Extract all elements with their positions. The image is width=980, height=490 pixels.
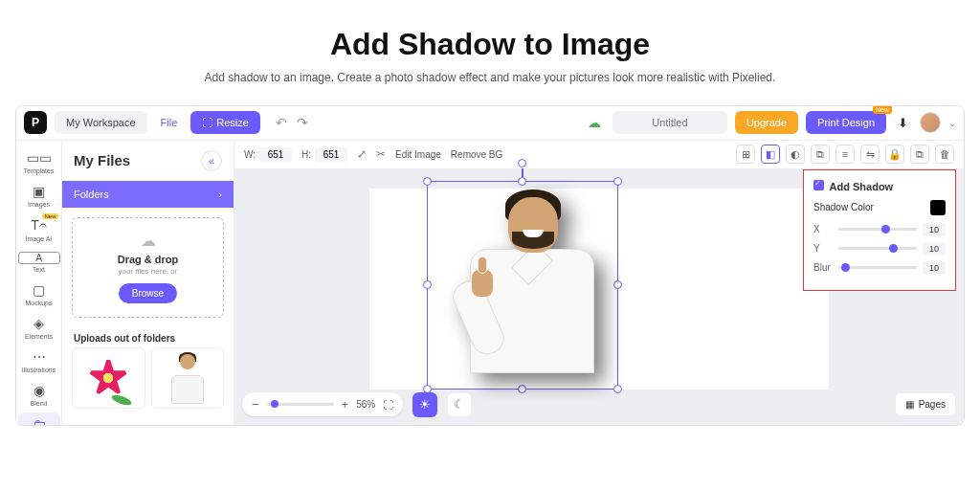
width-input[interactable] (259, 147, 292, 162)
shadow-x-value[interactable]: 10 (923, 223, 946, 236)
fit-screen-icon[interactable]: ⛶ (383, 399, 393, 411)
document-title-input[interactable] (612, 111, 727, 134)
collapse-sidebar-button[interactable]: « (201, 150, 222, 171)
resize-icon: ⛶ (202, 117, 212, 128)
handle-mid-right[interactable] (613, 280, 622, 289)
zoom-in-button[interactable]: + (342, 397, 349, 412)
user-menu-caret-icon[interactable]: ⌄ (948, 118, 956, 128)
shadow-y-label: Y (813, 243, 833, 254)
my-files-icon: 🗀 (18, 416, 60, 426)
shadow-blur-value[interactable]: 10 (923, 261, 946, 275)
position-tool[interactable]: ⊞ (736, 145, 755, 164)
rail-blend[interactable]: ◉Blend (18, 379, 60, 411)
width-label: W: (244, 149, 256, 160)
redo-icon[interactable]: ↷ (297, 115, 308, 130)
editor-app: P My Workspace File ⛶Resize ↶ ↷ ☁ Upgrad… (15, 105, 965, 426)
delete-tool[interactable]: 🗑 (935, 145, 954, 164)
height-input[interactable] (315, 147, 347, 162)
rail-my-files[interactable]: 🗀My Files (18, 412, 60, 426)
user-avatar[interactable] (920, 112, 941, 133)
shadow-x-label: X (813, 224, 833, 234)
print-design-button[interactable]: Print DesignNew (806, 111, 886, 134)
canvas-toolbar: W: H: ⤢ ✂ Edit Image Remove BG ⊞ ◧ ◐ ⧉ ≡… (234, 141, 964, 169)
illustrations-icon: ⋯ (18, 349, 60, 365)
rail-images[interactable]: ▣Images (18, 180, 60, 212)
add-shadow-checkbox[interactable] (813, 180, 824, 190)
page-subtitle: Add shadow to an image. Create a photo s… (0, 70, 980, 86)
pages-icon: ▦ (905, 399, 914, 410)
workspace-button[interactable]: My Workspace (55, 111, 147, 134)
image-ai-icon: T𝄐 (18, 217, 60, 234)
file-menu[interactable]: File (155, 117, 184, 128)
pages-button[interactable]: ▦Pages (895, 392, 956, 416)
new-badge: New (873, 105, 892, 114)
remove-bg-link[interactable]: Remove BG (451, 149, 502, 160)
edit-image-link[interactable]: Edit Image (395, 149, 441, 160)
flip-tool[interactable]: ⇋ (860, 145, 880, 164)
dark-theme-button[interactable]: ☾ (447, 392, 472, 417)
app-logo[interactable]: P (24, 111, 47, 134)
zoom-slider[interactable] (267, 403, 334, 406)
left-rail: ▭▭Templates ▣Images NewT𝄐Image AI AText … (16, 141, 62, 425)
shadow-tool[interactable]: ◧ (761, 145, 780, 164)
undo-icon[interactable]: ↶ (276, 115, 287, 130)
upload-cloud-icon: ☁ (80, 232, 215, 250)
resize-button[interactable]: ⛶Resize (190, 111, 260, 134)
layer-tool[interactable]: ⧉ (811, 145, 830, 164)
upload-thumb-flower[interactable] (72, 347, 145, 409)
rail-templates[interactable]: ▭▭Templates (18, 146, 60, 178)
upload-thumb-person[interactable] (151, 347, 225, 409)
rail-illustrations[interactable]: ⋯Illustrations (18, 345, 60, 377)
shadow-x-slider[interactable] (838, 228, 917, 231)
templates-icon: ▭▭ (18, 150, 60, 166)
zoom-out-button[interactable]: − (252, 397, 259, 412)
handle-mid-left[interactable] (423, 280, 432, 289)
cloud-sync-icon[interactable]: ☁ (588, 115, 601, 130)
height-label: H: (301, 149, 311, 160)
selection-box[interactable] (427, 181, 618, 390)
text-icon: A (18, 252, 60, 264)
align-tool[interactable]: ≡ (835, 145, 855, 164)
zoom-value: 56% (356, 399, 375, 410)
lock-tool[interactable]: 🔒 (885, 145, 904, 164)
topbar: P My Workspace File ⛶Resize ↶ ↷ ☁ Upgrad… (16, 106, 964, 141)
handle-top-right[interactable] (613, 177, 622, 186)
images-icon: ▣ (18, 184, 60, 199)
upgrade-button[interactable]: Upgrade (735, 111, 798, 134)
rotate-handle[interactable] (518, 159, 526, 167)
page-title: Add Shadow to Image (0, 27, 980, 62)
blend-icon: ◉ (18, 383, 60, 398)
canvas-area: W: H: ⤢ ✂ Edit Image Remove BG ⊞ ◧ ◐ ⧉ ≡… (234, 141, 964, 425)
uploads-heading: Uploads out of folders (62, 327, 234, 347)
chevron-right-icon: › (218, 189, 222, 200)
download-icon[interactable]: ⬇ (894, 116, 912, 130)
bottom-bar: − + 56% ⛶ ☀ ☾ ▦Pages (242, 392, 956, 417)
handle-top-mid[interactable] (518, 177, 526, 186)
sidebar: My Files « Folders› ☁ Drag & drop your f… (62, 141, 234, 425)
handle-top-left[interactable] (423, 177, 432, 186)
light-theme-button[interactable]: ☀ (412, 392, 437, 417)
rail-text[interactable]: AText (18, 248, 60, 277)
browse-button[interactable]: Browse (119, 283, 177, 303)
zoom-controls: − + 56% ⛶ (242, 392, 403, 416)
rail-image-ai[interactable]: NewT𝄐Image AI (18, 213, 60, 246)
shadow-y-value[interactable]: 10 (923, 242, 946, 256)
crop-icon[interactable]: ✂ (376, 147, 386, 161)
drag-drop-sub: your files here, or (80, 267, 215, 276)
shadow-y-slider[interactable] (838, 247, 917, 250)
sidebar-title: My Files (74, 152, 130, 168)
opacity-tool[interactable]: ◐ (786, 145, 805, 164)
shadow-color-label: Shadow Color (813, 202, 874, 212)
canvas-image[interactable] (434, 188, 612, 383)
rail-elements[interactable]: ◈Elements (18, 312, 60, 344)
shadow-blur-slider[interactable] (838, 266, 917, 269)
shadow-color-swatch[interactable] (930, 200, 946, 215)
duplicate-tool[interactable]: ⧉ (910, 145, 929, 164)
canvas[interactable] (369, 189, 829, 390)
folders-section[interactable]: Folders› (62, 181, 234, 208)
rail-mockups[interactable]: ▢Mockups (18, 278, 60, 310)
expand-icon[interactable]: ⤢ (357, 147, 367, 161)
upload-dropzone[interactable]: ☁ Drag & drop your files here, or Browse (72, 217, 224, 318)
drag-drop-label: Drag & drop (80, 254, 215, 265)
mockups-icon: ▢ (18, 282, 60, 298)
